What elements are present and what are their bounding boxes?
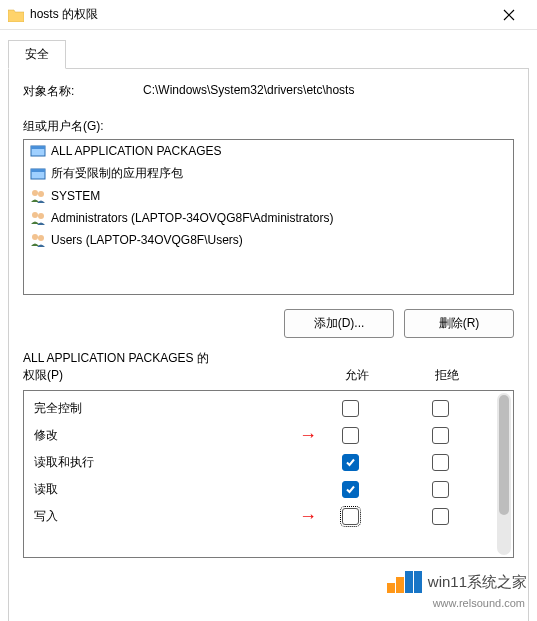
list-item[interactable]: Users (LAPTOP-34OVQG8F\Users) — [24, 229, 513, 251]
object-name-label: 对象名称: — [23, 83, 143, 100]
package-icon — [30, 143, 46, 159]
add-button[interactable]: 添加(D)... — [284, 309, 394, 338]
watermark-url: www.relsound.com — [433, 597, 525, 609]
list-item-label: Administrators (LAPTOP-34OVQG8F\Administ… — [51, 211, 334, 225]
svg-rect-3 — [31, 169, 45, 172]
list-item-label: ALL APPLICATION PACKAGES — [51, 144, 222, 158]
watermark-logo-icon — [387, 571, 422, 593]
list-item[interactable]: SYSTEM — [24, 185, 513, 207]
titlebar: hosts 的权限 — [0, 0, 537, 30]
object-name-row: 对象名称: C:\Windows\System32\drivers\etc\ho… — [23, 83, 514, 100]
groups-label: 组或用户名(G): — [23, 118, 514, 135]
permissions-listbox: 完全控制修改→读取和执行读取写入→ — [23, 390, 514, 558]
permissions-title: ALL APPLICATION PACKAGES 的 权限(P) — [23, 350, 312, 384]
close-button[interactable] — [489, 1, 529, 29]
permission-row: 写入→ — [24, 503, 513, 530]
button-row: 添加(D)... 删除(R) — [23, 309, 514, 338]
column-deny: 拒绝 — [402, 367, 492, 384]
tab-security[interactable]: 安全 — [8, 40, 66, 69]
checkbox-deny[interactable] — [432, 508, 449, 525]
users-icon — [30, 210, 46, 226]
permission-name: 读取和执行 — [34, 454, 305, 471]
svg-point-5 — [38, 191, 44, 197]
list-item-label: 所有受限制的应用程序包 — [51, 165, 183, 182]
checkbox-allow[interactable] — [342, 481, 359, 498]
permission-name: 完全控制 — [34, 400, 305, 417]
permissions-header: ALL APPLICATION PACKAGES 的 权限(P) 允许 拒绝 — [23, 350, 514, 384]
window-title: hosts 的权限 — [30, 6, 489, 23]
arrow-icon: → — [299, 506, 317, 527]
users-icon — [30, 232, 46, 248]
svg-point-7 — [38, 213, 44, 219]
tab-panel: 对象名称: C:\Windows\System32\drivers\etc\ho… — [8, 68, 529, 621]
svg-rect-1 — [31, 146, 45, 149]
list-item[interactable]: ALL APPLICATION PACKAGES — [24, 140, 513, 162]
svg-point-6 — [32, 212, 38, 218]
permission-row: 读取和执行 — [24, 449, 513, 476]
svg-point-8 — [32, 234, 38, 240]
tab-strip: 安全 — [0, 30, 537, 69]
permission-row: 修改→ — [24, 422, 513, 449]
checkbox-allow[interactable] — [342, 400, 359, 417]
watermark-text: win11系统之家 — [428, 573, 527, 592]
watermark: win11系统之家 — [387, 571, 527, 593]
arrow-icon: → — [299, 425, 317, 446]
list-item[interactable]: Administrators (LAPTOP-34OVQG8F\Administ… — [24, 207, 513, 229]
checkbox-deny[interactable] — [432, 481, 449, 498]
checkbox-allow[interactable] — [342, 508, 359, 525]
list-item-label: SYSTEM — [51, 189, 100, 203]
permission-name: 写入 — [34, 508, 305, 525]
permission-row: 读取 — [24, 476, 513, 503]
svg-point-9 — [38, 235, 44, 241]
remove-button[interactable]: 删除(R) — [404, 309, 514, 338]
permission-name: 读取 — [34, 481, 305, 498]
checkbox-deny[interactable] — [432, 400, 449, 417]
checkbox-allow[interactable] — [342, 454, 359, 471]
folder-icon — [8, 8, 24, 22]
checkbox-deny[interactable] — [432, 427, 449, 444]
groups-listbox[interactable]: ALL APPLICATION PACKAGES所有受限制的应用程序包SYSTE… — [23, 139, 514, 295]
checkbox-deny[interactable] — [432, 454, 449, 471]
package-icon — [30, 166, 46, 182]
svg-point-4 — [32, 190, 38, 196]
list-item-label: Users (LAPTOP-34OVQG8F\Users) — [51, 233, 243, 247]
permission-row: 完全控制 — [24, 395, 513, 422]
permission-name: 修改 — [34, 427, 305, 444]
users-icon — [30, 188, 46, 204]
list-item[interactable]: 所有受限制的应用程序包 — [24, 162, 513, 185]
object-name-value: C:\Windows\System32\drivers\etc\hosts — [143, 83, 354, 100]
checkbox-allow[interactable] — [342, 427, 359, 444]
column-allow: 允许 — [312, 367, 402, 384]
